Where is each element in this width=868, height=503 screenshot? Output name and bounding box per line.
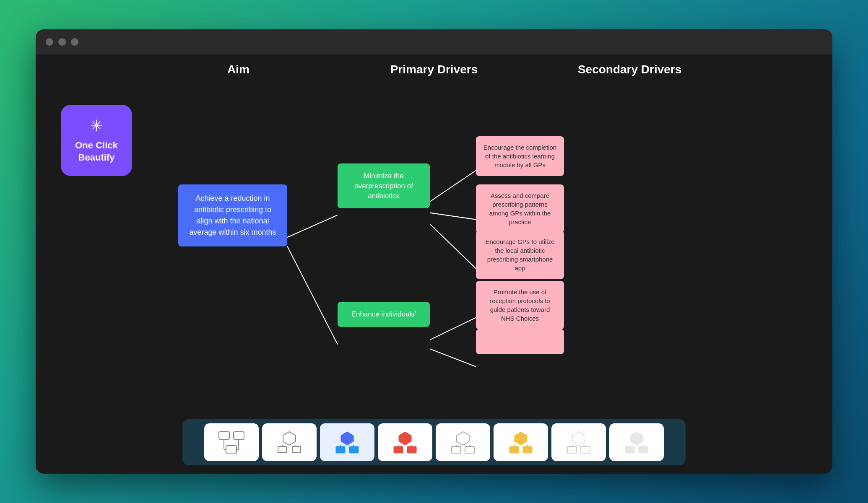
svg-line-23 [353,445,354,446]
svg-line-4 [430,224,476,268]
svg-rect-8 [234,432,244,439]
flowchart-blue-icon [333,430,362,455]
svg-rect-31 [465,446,474,453]
traffic-light-red[interactable] [46,38,53,46]
svg-line-2 [430,171,476,202]
svg-marker-14 [283,432,296,445]
main-window: Aim Primary Drivers Secondary Drivers ✳ … [36,29,832,474]
toolbar-item-4[interactable] [378,423,432,461]
svg-rect-21 [349,446,359,453]
svg-rect-26 [407,446,416,453]
svg-rect-36 [523,446,532,453]
svg-line-42 [572,445,572,446]
primary-driver-1-text: Minimize the overprescription of antibio… [354,172,413,200]
svg-marker-24 [399,432,411,445]
svg-rect-7 [219,432,229,439]
secondary-driver-3: Encourage GPs to utilize the local antib… [476,231,564,279]
secondary-driver-1-text: Encourage the completion of the antibiot… [483,144,556,169]
svg-rect-40 [567,446,577,453]
svg-rect-15 [278,446,286,453]
svg-rect-35 [509,446,519,453]
svg-marker-34 [515,432,527,445]
svg-marker-39 [572,432,585,445]
primary-driver-2: Enhance individuals' [338,302,430,327]
toolbar-item-3[interactable] [320,423,374,461]
secondary-driver-2: Assess and compare prescribing patterns … [476,184,564,233]
connector-lines [36,54,832,474]
svg-line-47 [630,445,630,446]
traffic-light-green[interactable] [71,38,78,46]
toolbar-item-2[interactable] [262,423,317,461]
content-area: Aim Primary Drivers Secondary Drivers ✳ … [36,54,832,474]
flowchart-red-icon [390,430,420,455]
svg-rect-20 [336,446,345,453]
svg-line-32 [456,445,457,446]
svg-line-43 [585,445,585,446]
svg-line-5 [430,318,476,340]
svg-rect-25 [394,446,403,453]
svg-line-28 [411,445,412,446]
secondary-driver-4-text: Promote the use of reception protocols t… [490,288,550,322]
svg-marker-44 [630,432,643,445]
svg-rect-9 [226,446,236,453]
flowchart-white-icon [217,430,246,455]
flowchart-outline-icon [275,430,304,455]
secondary-driver-2-text: Assess and compare prescribing patterns … [489,192,551,226]
svg-rect-16 [292,446,301,453]
svg-rect-45 [625,446,634,453]
toolbar-item-1[interactable] [204,423,259,461]
svg-line-33 [469,445,470,446]
aim-box: Achieve a reduction in antibiotic prescr… [178,184,287,246]
svg-line-48 [643,445,643,446]
titlebar [36,29,832,54]
flowchart-yellow-icon [506,430,535,455]
svg-rect-30 [452,446,461,453]
svg-line-1 [287,246,338,344]
toolbar-item-5[interactable] [436,423,490,461]
svg-line-6 [430,349,476,367]
svg-line-22 [340,445,341,446]
flowchart-faded-icon [622,430,651,455]
toolbar-item-7[interactable] [551,423,606,461]
secondary-driver-4: Promote the use of reception protocols t… [476,281,564,329]
svg-marker-29 [457,432,469,445]
secondary-driver-1: Encourage the completion of the antibiot… [476,136,564,176]
svg-line-27 [398,445,399,446]
svg-line-37 [514,445,515,446]
toolbar-item-6[interactable] [494,423,548,461]
svg-line-3 [430,213,476,220]
aim-text: Achieve a reduction in antibiotic prescr… [189,194,276,236]
svg-line-0 [287,215,338,237]
traffic-light-yellow[interactable] [58,38,66,46]
primary-driver-1: Minimize the overprescription of antibio… [338,163,430,208]
svg-line-38 [527,445,528,446]
svg-rect-41 [581,446,590,453]
toolbar-item-8[interactable] [609,423,664,461]
svg-marker-19 [341,432,353,445]
flowchart-gray-icon [448,430,478,455]
secondary-driver-5 [476,329,564,354]
primary-driver-2-text: Enhance individuals' [351,310,416,318]
flowchart-light-icon [564,430,593,455]
toolbar [182,419,686,465]
secondary-driver-3-text: Encourage GPs to utilize the local antib… [485,238,554,272]
svg-rect-46 [639,446,648,453]
